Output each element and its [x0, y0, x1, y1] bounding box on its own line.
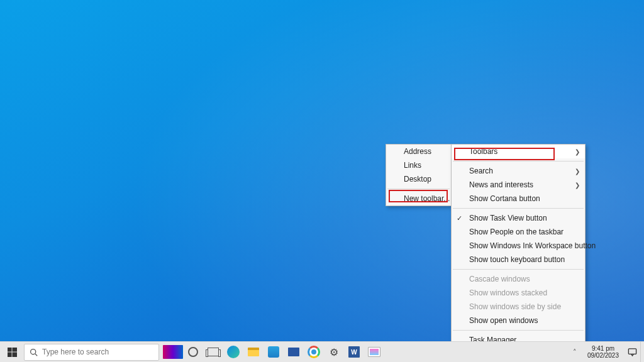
taskbar-app-settings[interactable]: ⚙ — [324, 342, 344, 363]
taskbar-app-explorer[interactable] — [243, 342, 264, 363]
label: Cascade windows — [469, 275, 530, 283]
menu-item-toolbars[interactable]: Toolbars ❯ — [452, 145, 585, 158]
taskbar-app-chrome[interactable] — [304, 342, 324, 363]
start-button[interactable] — [0, 342, 24, 363]
separator — [453, 330, 584, 331]
label: Desktop — [404, 175, 431, 184]
label: Toolbars — [469, 147, 497, 156]
word-icon: W — [348, 346, 360, 358]
photo-icon — [163, 345, 183, 359]
label: New toolbar... — [404, 194, 450, 203]
submenu-item-address[interactable]: Address — [386, 145, 451, 158]
folder-icon — [248, 348, 259, 356]
desktop[interactable]: Address Links Desktop New toolbar... Too… — [0, 0, 644, 362]
taskbar-photo-thumbnail[interactable] — [163, 342, 183, 363]
gear-icon: ⚙ — [330, 346, 338, 358]
tray-overflow-button[interactable]: ˄ — [567, 348, 582, 356]
menu-item-show-open-windows[interactable]: Show open windows — [452, 314, 585, 327]
taskbar[interactable]: Type here to search ⚙ W ˄ 9:41 pm 09/02/… — [0, 341, 644, 362]
action-center-button[interactable] — [624, 348, 640, 357]
label: Show Windows Ink Workspace button — [469, 241, 596, 250]
taskbar-app-edge[interactable] — [223, 342, 243, 363]
search-box[interactable]: Type here to search — [24, 344, 159, 361]
svg-rect-6 — [628, 348, 636, 353]
menu-item-windows-side-by-side: Show windows side by side — [452, 300, 585, 314]
clock-date: 09/02/2023 — [587, 352, 619, 359]
label: Show touch keyboard button — [469, 255, 565, 264]
clock[interactable]: 9:41 pm 09/02/2023 — [582, 345, 624, 359]
label: Show Cortana button — [469, 194, 540, 203]
label: Show open windows — [469, 316, 538, 325]
toolbars-submenu: Address Links Desktop New toolbar... — [386, 144, 452, 206]
separator — [453, 208, 584, 209]
separator — [453, 161, 584, 162]
search-icon — [25, 348, 42, 356]
cortana-button[interactable] — [183, 342, 203, 363]
label: Show windows stacked — [469, 288, 547, 297]
notification-icon — [628, 348, 637, 357]
separator — [387, 189, 450, 189]
menu-item-show-ink-workspace[interactable]: Show Windows Ink Workspace button — [452, 239, 585, 253]
taskbar-app-word[interactable]: W — [344, 342, 364, 363]
menu-item-show-touch-keyboard[interactable]: Show touch keyboard button — [452, 253, 585, 266]
svg-point-4 — [30, 349, 35, 354]
label: Show Task View button — [469, 214, 547, 222]
search-placeholder: Type here to search — [42, 348, 109, 356]
mail-icon — [288, 348, 299, 356]
taskbar-app-paint[interactable] — [364, 342, 384, 363]
label: Show People on the taskbar — [469, 228, 564, 236]
windows-logo-icon — [8, 348, 17, 357]
taskbar-context-menu: Toolbars ❯ Search ❯ News and interests ❯… — [451, 144, 586, 362]
label: News and interests — [469, 180, 533, 189]
chevron-right-icon: ❯ — [575, 148, 580, 155]
chrome-icon — [308, 346, 320, 358]
chevron-right-icon: ❯ — [575, 182, 580, 189]
cortana-icon — [188, 347, 198, 357]
chevron-right-icon: ❯ — [575, 168, 580, 175]
menu-item-search[interactable]: Search ❯ — [452, 164, 585, 178]
chevron-up-icon: ˄ — [573, 348, 577, 356]
svg-rect-0 — [8, 348, 12, 352]
submenu-item-links[interactable]: Links — [386, 158, 451, 172]
svg-rect-2 — [8, 352, 12, 357]
clock-time: 9:41 pm — [587, 345, 619, 352]
svg-rect-3 — [12, 352, 17, 357]
edge-icon — [227, 346, 240, 358]
task-view-button[interactable] — [203, 342, 223, 363]
system-tray: ˄ 9:41 pm 09/02/2023 — [567, 342, 644, 362]
menu-item-windows-stacked: Show windows stacked — [452, 286, 585, 300]
submenu-item-new-toolbar[interactable]: New toolbar... — [386, 192, 451, 206]
submenu-item-desktop[interactable]: Desktop — [386, 172, 451, 186]
taskbar-app-store[interactable] — [264, 342, 284, 363]
task-view-icon — [208, 348, 219, 356]
taskbar-app-mail[interactable] — [284, 342, 304, 363]
menu-item-cascade-windows: Cascade windows — [452, 272, 585, 286]
menu-item-show-people[interactable]: Show People on the taskbar — [452, 225, 585, 239]
label: Show windows side by side — [469, 302, 561, 311]
separator — [453, 269, 584, 270]
check-icon: ✓ — [457, 214, 462, 222]
menu-item-show-cortana[interactable]: Show Cortana button — [452, 192, 585, 206]
svg-line-5 — [35, 353, 36, 355]
label: Links — [404, 161, 421, 170]
label: Address — [404, 147, 431, 156]
menu-item-show-task-view[interactable]: ✓ Show Task View button — [452, 211, 585, 225]
menu-item-news-interests[interactable]: News and interests ❯ — [452, 178, 585, 192]
store-icon — [268, 346, 279, 358]
label: Search — [469, 167, 493, 175]
paint-icon — [368, 347, 380, 357]
svg-rect-1 — [12, 348, 17, 352]
show-desktop-button[interactable] — [640, 342, 644, 363]
